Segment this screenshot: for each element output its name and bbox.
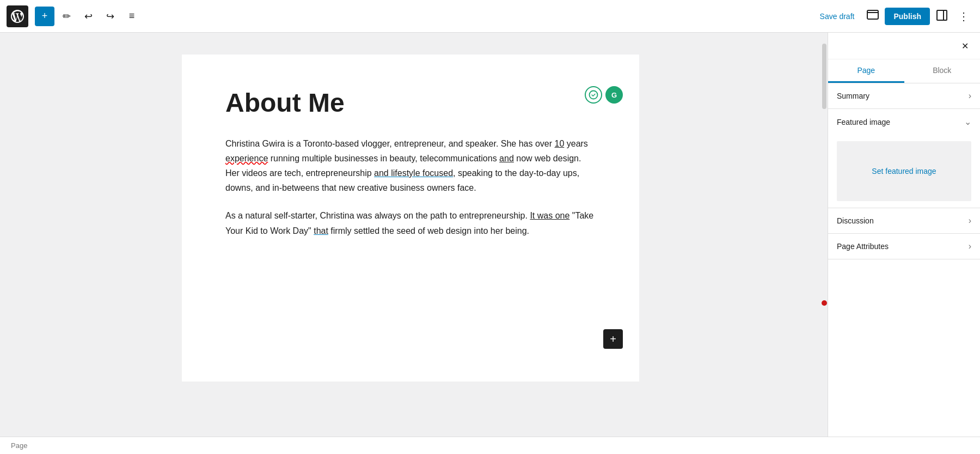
featured-image-section-header[interactable]: Featured image ⌄ <box>828 109 980 135</box>
undo-button[interactable]: ↩ <box>78 7 98 26</box>
tab-block[interactable]: Block <box>904 59 981 83</box>
summary-section-header[interactable]: Summary › <box>828 83 980 108</box>
svg-rect-0 <box>867 10 878 19</box>
view-button[interactable] <box>863 7 883 26</box>
page-attributes-section-header[interactable]: Page Attributes › <box>828 234 980 259</box>
add-block-button[interactable]: + <box>35 7 54 26</box>
close-sidebar-button[interactable]: ✕ <box>956 37 973 55</box>
main-layout: G About Me Christina Gwira is a Toronto-… <box>0 33 980 437</box>
sidebar-toggle-button[interactable] <box>932 7 952 26</box>
scrollbar-dot <box>822 300 827 306</box>
scrollbar-track[interactable] <box>821 33 828 437</box>
add-block-inline-button[interactable]: + <box>603 329 623 349</box>
scrollbar-thumb[interactable] <box>822 44 826 109</box>
underline-experience: experience <box>225 154 268 163</box>
tab-page[interactable]: Page <box>828 59 904 83</box>
underline-and: and <box>499 154 514 163</box>
sidebar-close-row: ✕ <box>828 33 980 59</box>
grammar-check-icon-1[interactable] <box>585 86 602 104</box>
summary-section: Summary › <box>828 83 980 109</box>
underline-10: 10 <box>555 139 565 148</box>
page-title: About Me <box>225 87 596 119</box>
editor-area: G About Me Christina Gwira is a Toronto-… <box>0 33 821 437</box>
svg-point-3 <box>590 91 598 99</box>
right-sidebar: ✕ Page Block Summary › Featured image ⌄ … <box>828 33 980 437</box>
discussion-section: Discussion › <box>828 208 980 234</box>
set-featured-image-text: Set featured image <box>861 156 947 186</box>
grammar-icons: G <box>585 86 623 104</box>
featured-image-label: Featured image <box>837 118 890 126</box>
page-attributes-section: Page Attributes › <box>828 234 980 259</box>
more-options-button[interactable]: ⋮ <box>954 7 973 26</box>
underline-that: that <box>314 226 328 235</box>
status-bar-label: Page <box>11 441 27 450</box>
discussion-label: Discussion <box>837 216 874 225</box>
discussion-chevron-icon: › <box>969 216 971 226</box>
sidebar-tabs: Page Block <box>828 59 980 83</box>
editor-canvas: G About Me Christina Gwira is a Toronto-… <box>182 55 639 382</box>
view-icon <box>866 8 879 24</box>
sidebar-toggle-icon <box>935 9 948 23</box>
save-draft-button[interactable]: Save draft <box>813 8 861 25</box>
publish-button[interactable]: Publish <box>885 8 930 25</box>
featured-image-area[interactable]: Set featured image <box>837 141 971 201</box>
underline-and-lifestyle: and lifestyle focused <box>374 168 453 178</box>
redo-button[interactable]: ↪ <box>100 7 120 26</box>
grammar-check-icon-2[interactable]: G <box>605 86 623 104</box>
page-attributes-chevron-icon: › <box>969 241 971 251</box>
tools-button[interactable]: ✏ <box>57 7 76 26</box>
summary-label: Summary <box>837 92 869 100</box>
summary-chevron-icon: › <box>969 91 971 101</box>
wordpress-logo <box>7 5 28 27</box>
pencil-icon: ✏ <box>63 10 71 22</box>
more-icon: ⋮ <box>958 10 969 23</box>
paragraph-2: As a natural self-starter, Christina was… <box>225 208 596 238</box>
list-view-icon: ≡ <box>129 10 135 22</box>
undo-icon: ↩ <box>84 10 93 22</box>
paragraph-1: Christina Gwira is a Toronto-based vlogg… <box>225 136 596 196</box>
toolbar: + ✏ ↩ ↪ ≡ Save draft Publish ⋮ <box>0 0 980 33</box>
svg-rect-1 <box>937 10 947 20</box>
featured-image-section: Featured image ⌄ Set featured image <box>828 109 980 208</box>
underline-it-was-one: It was one <box>530 211 569 220</box>
discussion-section-header[interactable]: Discussion › <box>828 208 980 233</box>
status-bar: Page <box>0 437 980 454</box>
page-attributes-label: Page Attributes <box>837 242 889 251</box>
redo-icon: ↪ <box>106 10 114 22</box>
list-view-button[interactable]: ≡ <box>122 7 142 26</box>
featured-image-chevron-icon: ⌄ <box>964 117 971 127</box>
